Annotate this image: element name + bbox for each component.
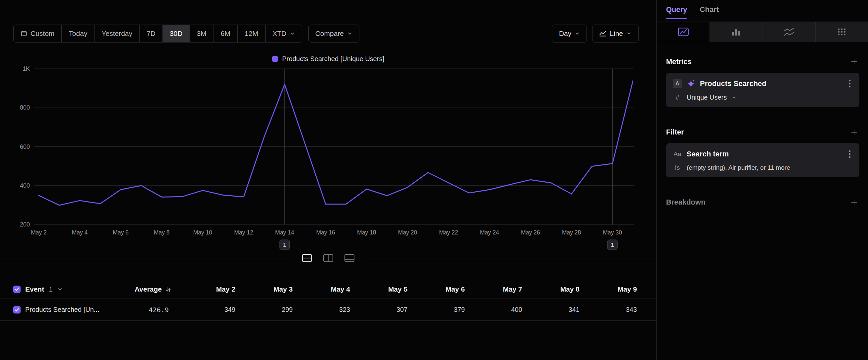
svg-text:1: 1	[283, 242, 286, 248]
aggregation-prefix: #	[673, 94, 682, 101]
average-header-cell[interactable]: Average	[116, 285, 179, 293]
range-button-6m[interactable]: 6M	[214, 25, 238, 42]
chart-type-label: Line	[610, 30, 623, 37]
legend-label: Products Searched [Unique Users]	[282, 55, 384, 63]
row-checkbox[interactable]	[13, 306, 21, 313]
value-cell: 343	[580, 299, 638, 321]
toolbar: CustomTodayYesterday7D30D3M6M12MXTD Comp…	[13, 25, 639, 43]
column-header-may-4[interactable]: May 4	[293, 280, 351, 299]
chevron-down-icon[interactable]	[732, 95, 737, 100]
chart-type-bar-tab[interactable]	[710, 22, 762, 42]
select-all-checkbox[interactable]	[13, 286, 21, 293]
column-header-may-7[interactable]: May 7	[465, 280, 523, 299]
annotation-badge[interactable]: 1	[608, 240, 617, 250]
svg-text:May 22: May 22	[439, 229, 458, 236]
value-cell: 379	[408, 299, 465, 321]
layout-split-vertical-icon	[323, 253, 334, 263]
line-chart[interactable]: 2004006008001K11May 2May 4May 6May 8May …	[6, 62, 646, 255]
layout-split-vertical-button[interactable]	[320, 250, 337, 266]
range-button-12m[interactable]: 12M	[238, 25, 266, 42]
granularity-label: Day	[559, 30, 571, 37]
kebab-menu-icon[interactable]	[847, 149, 853, 159]
filter-type-badge: Aa	[673, 150, 682, 158]
svg-text:May 20: May 20	[398, 229, 417, 236]
svg-text:May 4: May 4	[72, 229, 88, 236]
range-button-30d[interactable]: 30D	[163, 25, 190, 42]
chevron-down-icon[interactable]	[57, 286, 63, 292]
add-breakdown-button[interactable]	[850, 198, 858, 206]
check-icon	[14, 287, 19, 291]
chevron-down-icon	[290, 31, 295, 36]
column-header-may-8[interactable]: May 8	[523, 280, 580, 299]
series-badge: A	[673, 79, 682, 88]
value-cell: 349	[179, 299, 236, 321]
compare-button[interactable]: Compare	[308, 25, 360, 43]
filter-section-header: Filter	[657, 128, 868, 137]
line-chart-icon	[678, 27, 689, 37]
tab-query[interactable]: Query	[666, 0, 687, 19]
svg-text:May 8: May 8	[154, 229, 170, 236]
range-button-3m[interactable]: 3M	[190, 25, 214, 42]
event-count: 1	[49, 285, 53, 293]
column-header-may-5[interactable]: May 5	[351, 280, 408, 299]
range-button-yesterday[interactable]: Yesterday	[94, 25, 140, 42]
column-header-may-3[interactable]: May 3	[236, 280, 293, 299]
chart-type-stacked-tab[interactable]	[763, 22, 815, 42]
annotation-badge[interactable]: 1	[280, 240, 290, 250]
line-chart-icon	[599, 30, 607, 37]
breakdown-section-header: Breakdown	[657, 198, 868, 206]
filter-operator[interactable]: Is	[673, 164, 682, 171]
value-cell: 400	[465, 299, 523, 321]
svg-text:May 30: May 30	[603, 229, 622, 236]
column-header-may-2[interactable]: May 2	[179, 280, 236, 299]
range-button-custom[interactable]: Custom	[13, 25, 62, 42]
sort-icon	[165, 286, 172, 293]
check-icon	[14, 308, 19, 312]
compare-label: Compare	[315, 30, 344, 37]
value-cell: 341	[523, 299, 580, 321]
breakdown-heading: Breakdown	[666, 198, 706, 206]
date-range-group: CustomTodayYesterday7D30D3M6M12MXTD	[13, 25, 302, 43]
svg-text:May 18: May 18	[357, 229, 376, 236]
range-button-7d[interactable]: 7D	[140, 25, 163, 42]
column-header-may-9[interactable]: May 9	[580, 280, 638, 299]
svg-text:600: 600	[20, 143, 30, 150]
grid-dots-icon	[837, 27, 847, 36]
tab-chart[interactable]: Chart	[700, 0, 719, 19]
filter-card[interactable]: Aa Search term Is (empty string), Air pu…	[666, 143, 859, 177]
results-table: Event 1 Average May 2May 3May 4May 5May …	[0, 280, 657, 321]
svg-text:800: 800	[20, 104, 30, 111]
chart-type-line-tab[interactable]	[657, 22, 710, 42]
average-value-cell: 426.9	[116, 306, 179, 314]
range-button-xtd[interactable]: XTD	[266, 25, 302, 42]
metric-card[interactable]: A Products Searched # Unique Users	[666, 73, 859, 107]
column-header-may-6[interactable]: May 6	[408, 280, 465, 299]
average-value: 426.9	[149, 306, 169, 314]
svg-text:1: 1	[611, 242, 614, 248]
event-header-cell: Event 1	[13, 285, 116, 293]
table-row[interactable]: Products Searched [Un... 426.9 349299323…	[0, 299, 657, 321]
calendar-icon	[21, 30, 27, 37]
bar-chart-icon	[731, 27, 741, 36]
plus-icon	[850, 198, 858, 206]
event-header-label: Event	[25, 285, 44, 293]
chart-type-button[interactable]: Line	[592, 25, 639, 43]
kebab-menu-icon[interactable]	[847, 79, 853, 89]
svg-text:May 24: May 24	[480, 229, 499, 236]
filter-value[interactable]: (empty string), Air purifier, or 11 more	[687, 164, 853, 171]
layout-split-horizontal-button[interactable]	[299, 250, 315, 266]
add-filter-button[interactable]	[850, 128, 858, 136]
svg-text:May 28: May 28	[562, 229, 581, 236]
table-header: Event 1 Average May 2May 3May 4May 5May …	[0, 280, 657, 299]
layout-full-button[interactable]	[341, 250, 358, 266]
legend-swatch	[272, 56, 278, 62]
chevron-down-icon	[575, 31, 580, 36]
add-metric-button[interactable]	[850, 58, 858, 66]
svg-text:May 26: May 26	[521, 229, 540, 236]
aggregation-selector[interactable]: Unique Users	[687, 94, 727, 101]
granularity-button[interactable]: Day	[552, 25, 587, 43]
toolbar-right: Day Line	[552, 25, 639, 43]
svg-text:400: 400	[20, 182, 30, 189]
range-button-today[interactable]: Today	[62, 25, 94, 42]
chart-type-grid-tab[interactable]	[815, 22, 868, 42]
